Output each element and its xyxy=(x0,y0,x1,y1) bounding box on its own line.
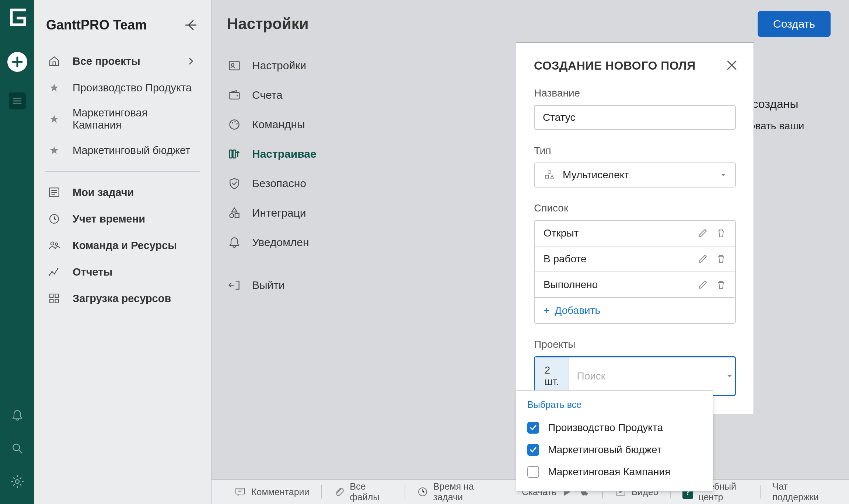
caret-down-icon[interactable] xyxy=(717,372,742,380)
name-input[interactable] xyxy=(534,105,736,130)
menu-icon[interactable] xyxy=(9,92,26,109)
create-field-modal: СОЗДАНИЕ НОВОГО ПОЛЯ Название Тип Мульти… xyxy=(516,42,754,414)
svg-point-25 xyxy=(548,171,551,174)
sidebar-item-label: Маркетинговый бюджет xyxy=(73,144,190,157)
svg-rect-13 xyxy=(55,300,59,303)
settings-item-billing[interactable]: Счета xyxy=(227,80,337,110)
footer-comments[interactable]: Комментарии xyxy=(223,486,321,498)
dropdown-item[interactable]: Маркетинговая Кампания xyxy=(516,461,713,483)
people-icon xyxy=(47,238,62,253)
settings-icon[interactable] xyxy=(10,474,25,489)
add-button[interactable] xyxy=(7,52,27,72)
projects-label: Проекты xyxy=(534,339,736,350)
grid-icon xyxy=(47,291,62,306)
settings-item-custom-fields[interactable]: Настраивае xyxy=(227,139,337,169)
svg-point-20 xyxy=(236,123,238,125)
select-all-link[interactable]: Выбрать все xyxy=(516,396,713,417)
add-label: Добавить xyxy=(555,305,600,316)
edit-icon[interactable] xyxy=(698,228,708,238)
settings-item-label: Счета xyxy=(252,89,283,101)
attachment-icon xyxy=(333,486,345,498)
sidebar-item-time[interactable]: Учет времени xyxy=(34,206,211,232)
svg-rect-14 xyxy=(230,61,240,70)
svg-point-1 xyxy=(15,480,19,483)
svg-rect-24 xyxy=(235,214,239,218)
svg-rect-10 xyxy=(50,294,53,297)
sidebar-item-label: Загрузка ресурсов xyxy=(73,293,171,305)
star-icon: ★ xyxy=(47,80,62,95)
svg-rect-11 xyxy=(55,294,59,297)
modal-title: СОЗДАНИЕ НОВОГО ПОЛЯ xyxy=(534,59,736,73)
list-icon xyxy=(47,185,62,200)
footer-files[interactable]: Все файлы xyxy=(322,481,405,503)
checkbox-checked-icon[interactable] xyxy=(527,422,539,434)
checkbox-icon[interactable] xyxy=(527,466,539,478)
sidebar-item-tasks[interactable]: Мои задачи xyxy=(34,179,211,206)
list-item-label: Открыт xyxy=(544,227,579,239)
sidebar-item-workload[interactable]: Загрузка ресурсов xyxy=(34,285,211,312)
create-button[interactable]: Создать xyxy=(758,11,831,37)
checkbox-checked-icon[interactable] xyxy=(527,444,539,456)
sidebar-item-label: Отчеты xyxy=(73,266,112,278)
sidebar-item-label: Учет времени xyxy=(73,213,145,225)
type-select[interactable]: Мультиселект xyxy=(534,162,736,188)
dropdown-item[interactable]: Производство Продукта xyxy=(516,417,713,439)
bell-icon[interactable] xyxy=(10,407,25,423)
name-label: Название xyxy=(534,87,736,99)
list-item[interactable]: Открыт xyxy=(535,221,735,246)
footer-chat[interactable]: Чат поддержки xyxy=(761,481,834,503)
settings-item-label: Выйти xyxy=(252,279,285,291)
list-item[interactable]: В работе xyxy=(535,246,735,272)
settings-item-label: Настраивае xyxy=(252,148,317,160)
svg-point-23 xyxy=(230,214,234,218)
edit-icon[interactable] xyxy=(698,254,708,264)
selected-count-chip: 2 шт. xyxy=(535,357,569,395)
close-icon[interactable] xyxy=(726,59,738,71)
settings-item-profile[interactable]: Настройки xyxy=(227,51,337,80)
sidebar-item-all-projects[interactable]: Все проекты xyxy=(34,48,211,74)
svg-point-7 xyxy=(51,271,53,273)
sidebar-item-label: Маркетинговая Кампания xyxy=(73,107,198,131)
dropdown-item[interactable]: Маркетинговый бюджет xyxy=(516,439,713,461)
delete-icon[interactable] xyxy=(716,280,726,290)
delete-icon[interactable] xyxy=(716,254,726,264)
settings-item-integrations[interactable]: Интеграци xyxy=(227,198,337,228)
footer-label: Чат поддержки xyxy=(772,481,822,503)
sidebar-item-project-0[interactable]: ★ Производство Продукта xyxy=(34,74,211,101)
footer-time[interactable]: Время на задачи xyxy=(405,481,510,503)
type-label: Тип xyxy=(534,145,736,157)
sidebar: GanttPRO Team Все проекты ★ Производство… xyxy=(34,0,212,504)
sidebar-item-reports[interactable]: Отчеты xyxy=(34,259,211,285)
settings-item-team[interactable]: Командны xyxy=(227,110,337,139)
logo-icon[interactable] xyxy=(0,0,34,34)
svg-point-18 xyxy=(232,122,233,124)
edit-icon[interactable] xyxy=(698,280,708,290)
settings-item-label: Настройки xyxy=(252,59,306,72)
footer-label: Время на задачи xyxy=(433,481,499,503)
projects-dropdown: Выбрать все Производство Продукта Маркет… xyxy=(516,390,713,491)
delete-icon[interactable] xyxy=(716,228,726,238)
add-list-item-button[interactable]: + Добавить xyxy=(535,298,735,323)
settings-item-label: Безопасно xyxy=(252,177,306,190)
svg-rect-26 xyxy=(546,175,549,178)
collapse-sidebar-button[interactable] xyxy=(183,17,199,33)
settings-item-security[interactable]: Безопасно xyxy=(227,169,337,198)
footer-label: Комментарии xyxy=(251,487,309,497)
settings-item-notifications[interactable]: Уведомлен xyxy=(227,228,337,257)
list-item[interactable]: Выполнено xyxy=(535,272,735,298)
settings-item-logout[interactable]: Выйти xyxy=(227,270,337,300)
sidebar-item-team[interactable]: Команда и Ресурсы xyxy=(34,232,211,259)
sidebar-item-project-1[interactable]: ★ Маркетинговая Кампания xyxy=(34,101,211,137)
columns-icon xyxy=(227,147,242,161)
svg-rect-12 xyxy=(50,300,53,303)
dropdown-item-label: Маркетинговый бюджет xyxy=(548,444,661,456)
sidebar-item-project-2[interactable]: ★ Маркетинговый бюджет xyxy=(34,137,211,164)
svg-point-8 xyxy=(54,273,55,274)
projects-search-input[interactable] xyxy=(569,363,717,389)
svg-point-17 xyxy=(230,120,239,129)
plus-icon: + xyxy=(544,305,549,316)
search-icon[interactable] xyxy=(10,441,25,456)
svg-point-19 xyxy=(234,121,236,123)
page-title: Настройки xyxy=(227,15,309,33)
bell-icon xyxy=(227,235,242,250)
